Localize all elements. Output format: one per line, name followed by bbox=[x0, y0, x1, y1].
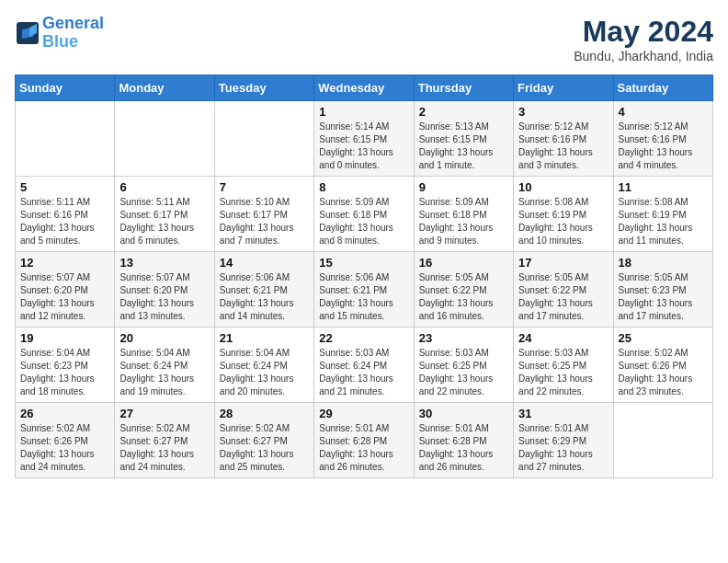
day-info: Sunrise: 5:02 AM Sunset: 6:26 PM Dayligh… bbox=[619, 347, 708, 398]
day-cell: 14Sunrise: 5:06 AM Sunset: 6:21 PM Dayli… bbox=[214, 252, 313, 327]
day-info: Sunrise: 5:12 AM Sunset: 6:16 PM Dayligh… bbox=[518, 121, 608, 172]
day-cell: 25Sunrise: 5:02 AM Sunset: 6:26 PM Dayli… bbox=[613, 327, 712, 403]
day-number: 15 bbox=[319, 256, 408, 270]
day-info: Sunrise: 5:05 AM Sunset: 6:22 PM Dayligh… bbox=[518, 271, 608, 323]
day-number: 14 bbox=[220, 256, 309, 270]
day-number: 26 bbox=[20, 407, 109, 420]
day-info: Sunrise: 5:01 AM Sunset: 6:29 PM Dayligh… bbox=[518, 422, 608, 474]
day-info: Sunrise: 5:04 AM Sunset: 6:23 PM Dayligh… bbox=[20, 347, 109, 398]
day-cell: 22Sunrise: 5:03 AM Sunset: 6:24 PM Dayli… bbox=[314, 327, 414, 403]
day-cell: 7Sunrise: 5:10 AM Sunset: 6:17 PM Daylig… bbox=[214, 177, 313, 252]
day-info: Sunrise: 5:06 AM Sunset: 6:21 PM Dayligh… bbox=[319, 271, 408, 323]
day-cell: 20Sunrise: 5:04 AM Sunset: 6:24 PM Dayli… bbox=[115, 327, 214, 403]
day-number: 20 bbox=[119, 331, 209, 345]
day-number: 24 bbox=[518, 331, 608, 345]
day-number: 27 bbox=[119, 407, 209, 420]
weekday-header-row: SundayMondayTuesdayWednesdayThursdayFrid… bbox=[16, 75, 713, 101]
logo-text: GeneralBlue bbox=[42, 15, 104, 52]
day-info: Sunrise: 5:09 AM Sunset: 6:18 PM Dayligh… bbox=[419, 196, 508, 247]
week-row-4: 19Sunrise: 5:04 AM Sunset: 6:23 PM Dayli… bbox=[16, 327, 713, 403]
day-number: 6 bbox=[119, 180, 209, 194]
day-number: 11 bbox=[619, 180, 708, 194]
week-row-3: 12Sunrise: 5:07 AM Sunset: 6:20 PM Dayli… bbox=[16, 252, 713, 327]
day-cell bbox=[16, 101, 115, 177]
day-info: Sunrise: 5:02 AM Sunset: 6:27 PM Dayligh… bbox=[220, 422, 309, 474]
day-number: 1 bbox=[319, 105, 408, 119]
day-cell: 1Sunrise: 5:14 AM Sunset: 6:15 PM Daylig… bbox=[314, 101, 414, 177]
weekday-header-monday: Monday bbox=[115, 75, 214, 101]
day-info: Sunrise: 5:04 AM Sunset: 6:24 PM Dayligh… bbox=[220, 347, 309, 398]
day-info: Sunrise: 5:08 AM Sunset: 6:19 PM Dayligh… bbox=[518, 196, 608, 247]
day-cell: 6Sunrise: 5:11 AM Sunset: 6:17 PM Daylig… bbox=[115, 177, 214, 252]
day-number: 17 bbox=[518, 256, 608, 270]
weekday-header-saturday: Saturday bbox=[613, 75, 712, 101]
day-number: 23 bbox=[419, 331, 508, 345]
day-number: 22 bbox=[319, 331, 408, 345]
day-number: 31 bbox=[518, 407, 608, 420]
day-cell: 18Sunrise: 5:05 AM Sunset: 6:23 PM Dayli… bbox=[613, 252, 712, 327]
day-cell: 10Sunrise: 5:08 AM Sunset: 6:19 PM Dayli… bbox=[514, 177, 613, 252]
day-number: 9 bbox=[419, 180, 508, 194]
day-info: Sunrise: 5:14 AM Sunset: 6:15 PM Dayligh… bbox=[319, 121, 408, 172]
month-title: May 2024 bbox=[574, 15, 713, 49]
day-cell: 12Sunrise: 5:07 AM Sunset: 6:20 PM Dayli… bbox=[16, 252, 115, 327]
day-number: 4 bbox=[619, 105, 708, 119]
day-info: Sunrise: 5:07 AM Sunset: 6:20 PM Dayligh… bbox=[119, 271, 209, 323]
day-cell: 23Sunrise: 5:03 AM Sunset: 6:25 PM Dayli… bbox=[414, 327, 513, 403]
weekday-header-sunday: Sunday bbox=[16, 75, 115, 101]
day-cell: 15Sunrise: 5:06 AM Sunset: 6:21 PM Dayli… bbox=[314, 252, 414, 327]
day-cell: 24Sunrise: 5:03 AM Sunset: 6:25 PM Dayli… bbox=[514, 327, 613, 403]
day-number: 12 bbox=[20, 256, 109, 270]
logo: GeneralBlue bbox=[15, 15, 104, 52]
day-number: 18 bbox=[619, 256, 708, 270]
day-cell: 3Sunrise: 5:12 AM Sunset: 6:16 PM Daylig… bbox=[514, 101, 613, 177]
page-header: GeneralBlue May 2024 Bundu, Jharkhand, I… bbox=[15, 15, 713, 63]
day-cell bbox=[613, 403, 712, 478]
day-cell: 31Sunrise: 5:01 AM Sunset: 6:29 PM Dayli… bbox=[514, 403, 613, 478]
calendar-table: SundayMondayTuesdayWednesdayThursdayFrid… bbox=[15, 75, 713, 478]
day-info: Sunrise: 5:02 AM Sunset: 6:26 PM Dayligh… bbox=[20, 422, 109, 474]
title-block: May 2024 Bundu, Jharkhand, India bbox=[574, 15, 713, 63]
day-cell bbox=[214, 101, 313, 177]
day-number: 16 bbox=[419, 256, 508, 270]
day-cell: 17Sunrise: 5:05 AM Sunset: 6:22 PM Dayli… bbox=[514, 252, 613, 327]
weekday-header-friday: Friday bbox=[514, 75, 613, 101]
day-info: Sunrise: 5:13 AM Sunset: 6:15 PM Dayligh… bbox=[419, 121, 508, 172]
day-cell: 21Sunrise: 5:04 AM Sunset: 6:24 PM Dayli… bbox=[214, 327, 313, 403]
day-cell bbox=[115, 101, 214, 177]
day-info: Sunrise: 5:11 AM Sunset: 6:16 PM Dayligh… bbox=[20, 196, 109, 247]
day-info: Sunrise: 5:04 AM Sunset: 6:24 PM Dayligh… bbox=[119, 347, 209, 398]
day-info: Sunrise: 5:02 AM Sunset: 6:27 PM Dayligh… bbox=[119, 422, 209, 474]
day-cell: 5Sunrise: 5:11 AM Sunset: 6:16 PM Daylig… bbox=[16, 177, 115, 252]
day-cell: 29Sunrise: 5:01 AM Sunset: 6:28 PM Dayli… bbox=[314, 403, 414, 478]
day-number: 10 bbox=[518, 180, 608, 194]
day-number: 19 bbox=[20, 331, 109, 345]
day-info: Sunrise: 5:07 AM Sunset: 6:20 PM Dayligh… bbox=[20, 271, 109, 323]
day-info: Sunrise: 5:03 AM Sunset: 6:25 PM Dayligh… bbox=[419, 347, 508, 398]
day-cell: 26Sunrise: 5:02 AM Sunset: 6:26 PM Dayli… bbox=[16, 403, 115, 478]
day-info: Sunrise: 5:01 AM Sunset: 6:28 PM Dayligh… bbox=[419, 422, 508, 474]
day-cell: 16Sunrise: 5:05 AM Sunset: 6:22 PM Dayli… bbox=[414, 252, 513, 327]
day-info: Sunrise: 5:10 AM Sunset: 6:17 PM Dayligh… bbox=[220, 196, 309, 247]
day-info: Sunrise: 5:03 AM Sunset: 6:25 PM Dayligh… bbox=[518, 347, 608, 398]
day-number: 13 bbox=[119, 256, 209, 270]
day-info: Sunrise: 5:06 AM Sunset: 6:21 PM Dayligh… bbox=[220, 271, 309, 323]
day-cell: 19Sunrise: 5:04 AM Sunset: 6:23 PM Dayli… bbox=[16, 327, 115, 403]
day-cell: 9Sunrise: 5:09 AM Sunset: 6:18 PM Daylig… bbox=[414, 177, 513, 252]
day-number: 5 bbox=[20, 180, 109, 194]
day-number: 21 bbox=[220, 331, 309, 345]
day-cell: 11Sunrise: 5:08 AM Sunset: 6:19 PM Dayli… bbox=[613, 177, 712, 252]
week-row-5: 26Sunrise: 5:02 AM Sunset: 6:26 PM Dayli… bbox=[16, 403, 713, 478]
day-number: 29 bbox=[319, 407, 408, 420]
day-info: Sunrise: 5:05 AM Sunset: 6:23 PM Dayligh… bbox=[619, 271, 708, 323]
day-number: 3 bbox=[518, 105, 608, 119]
day-number: 8 bbox=[319, 180, 408, 194]
day-info: Sunrise: 5:11 AM Sunset: 6:17 PM Dayligh… bbox=[119, 196, 209, 247]
location: Bundu, Jharkhand, India bbox=[574, 49, 713, 63]
day-cell: 30Sunrise: 5:01 AM Sunset: 6:28 PM Dayli… bbox=[414, 403, 513, 478]
day-cell: 27Sunrise: 5:02 AM Sunset: 6:27 PM Dayli… bbox=[115, 403, 214, 478]
day-info: Sunrise: 5:05 AM Sunset: 6:22 PM Dayligh… bbox=[419, 271, 508, 323]
day-number: 25 bbox=[619, 331, 708, 345]
day-cell: 2Sunrise: 5:13 AM Sunset: 6:15 PM Daylig… bbox=[414, 101, 513, 177]
day-cell: 28Sunrise: 5:02 AM Sunset: 6:27 PM Dayli… bbox=[214, 403, 313, 478]
